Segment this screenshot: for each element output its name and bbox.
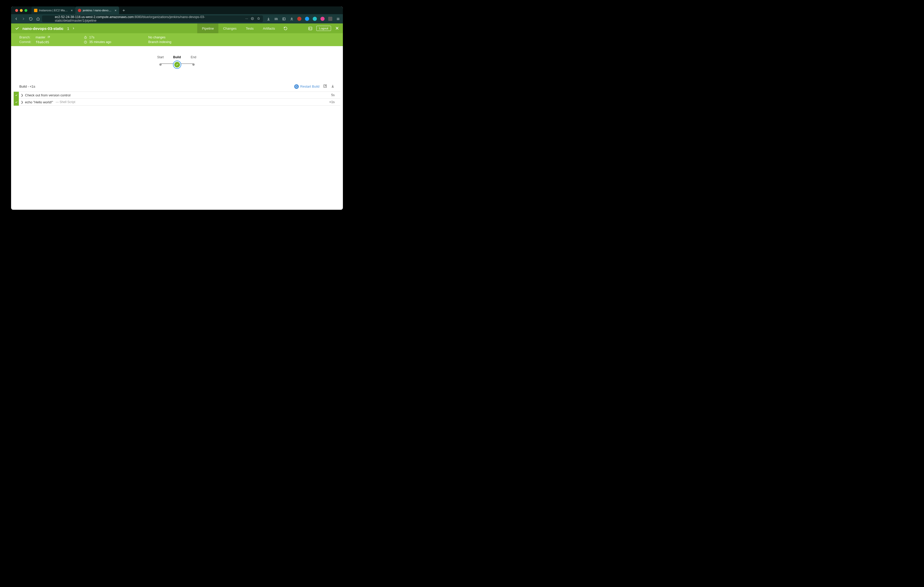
browser-url-bar: ec2-52-24-38-118.us-west-2.compute.amazo… (286, 14, 343, 23)
account-icon[interactable] (289, 16, 294, 21)
browser-tab-strip: Instances | EC2 Management C × jenkins /… (286, 7, 343, 14)
close-icon[interactable]: ✕ (335, 26, 339, 31)
restart-build-button[interactable]: Restart Build (294, 84, 319, 89)
download-log-icon[interactable] (331, 84, 335, 89)
rerun-icon[interactable] (286, 26, 288, 31)
extension-icon[interactable] (320, 16, 325, 21)
gear-icon[interactable] (300, 26, 304, 31)
run-summary-bar: Branch: master Commit: f0a6c05 17s 35 mi… (286, 33, 343, 46)
edit-icon[interactable] (292, 26, 296, 31)
pipeline-header: nano-devops-03-static 1 Pipeline Changes… (286, 23, 343, 33)
pipeline-graph: Start Build End (286, 46, 343, 82)
step-row[interactable]: ❯ Check out from version control 5s (286, 92, 340, 99)
step-row[interactable]: ❯ echo "Hello world!" — Shell Script <1s (286, 99, 340, 106)
extension-icon[interactable] (312, 16, 318, 21)
classic-ui-icon[interactable] (308, 26, 313, 31)
extension-icon[interactable] (297, 16, 302, 21)
logout-button[interactable]: Logout (316, 26, 331, 31)
step-list: ❯ Check out from version control 5s ❯ ec… (286, 92, 340, 106)
hamburger-menu-icon[interactable] (335, 16, 341, 21)
restart-icon (294, 84, 299, 89)
svg-point-7 (291, 18, 292, 19)
extension-icon[interactable] (304, 16, 310, 21)
sidebar-icon[interactable] (286, 16, 287, 21)
open-log-icon[interactable] (323, 84, 327, 89)
step-duration: <1s (329, 100, 335, 104)
extension-icon[interactable] (327, 16, 333, 21)
step-duration: 5s (331, 93, 335, 97)
